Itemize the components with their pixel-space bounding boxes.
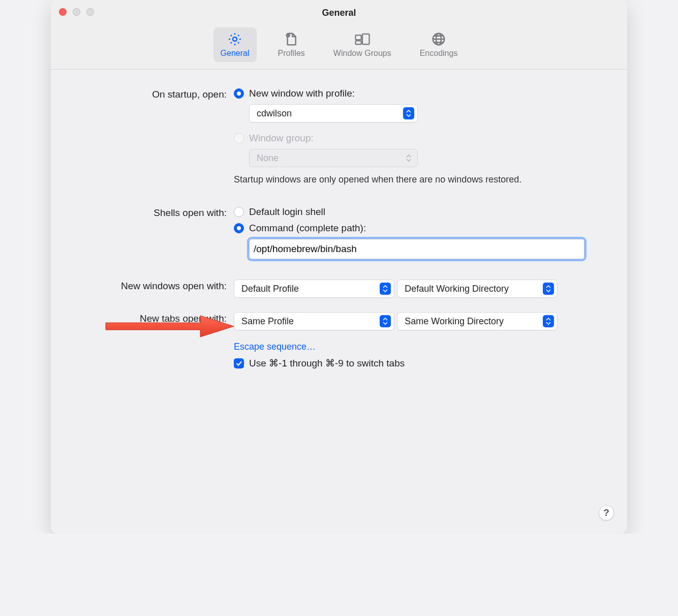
tab-label: General	[221, 49, 250, 58]
updown-icon	[543, 283, 554, 295]
new-windows-label: New windows open with:	[84, 280, 227, 292]
new-windows-profile-popup[interactable]: Default Profile	[234, 280, 394, 298]
popup-value: Same Working Directory	[405, 316, 504, 327]
shells-label: Shells open with:	[84, 206, 227, 219]
preferences-window: General General Profiles	[51, 0, 627, 534]
startup-hint: Startup windows are only opened when the…	[234, 174, 594, 185]
svg-rect-2	[355, 35, 361, 40]
popup-value: None	[257, 153, 279, 164]
updown-icon	[403, 107, 414, 119]
updown-icon	[380, 283, 391, 295]
help-button[interactable]: ?	[599, 505, 614, 520]
updown-icon	[543, 315, 554, 327]
close-button[interactable]	[59, 8, 67, 16]
svg-rect-4	[355, 41, 361, 44]
titlebar: General	[51, 0, 627, 25]
minimize-button[interactable]	[73, 8, 80, 16]
new-windows-wd-popup[interactable]: Default Working Directory	[397, 280, 558, 298]
preferences-toolbar: General Profiles Window Gro	[51, 25, 627, 70]
updown-icon	[380, 315, 391, 327]
radio-label: Window group:	[249, 133, 314, 144]
popup-value: Same Profile	[241, 316, 294, 327]
new-tabs-wd-popup[interactable]: Same Working Directory	[397, 312, 558, 330]
gear-icon	[226, 32, 244, 47]
command-path-input[interactable]	[249, 239, 584, 259]
radio-new-window-with-profile[interactable]	[234, 88, 244, 99]
general-pane: On startup, open: New window with profil…	[51, 70, 627, 534]
radio-default-login-shell[interactable]	[234, 207, 244, 217]
popup-value: Default Profile	[241, 284, 299, 294]
radio-label: Default login shell	[249, 206, 325, 218]
tab-general[interactable]: General	[213, 27, 257, 62]
new-tabs-label: New tabs open with:	[84, 312, 227, 324]
popup-value: cdwilson	[257, 108, 292, 119]
updown-icon	[403, 152, 414, 164]
radio-label: Command (complete path):	[249, 223, 366, 234]
tab-profiles[interactable]: Profiles	[271, 27, 312, 62]
zoom-button[interactable]	[86, 8, 94, 16]
checkbox-cmd-number-switch-tabs[interactable]	[234, 358, 244, 368]
window-groups-icon	[353, 32, 372, 47]
profile-icon	[282, 32, 300, 47]
svg-rect-3	[362, 34, 369, 44]
window-controls	[59, 8, 94, 16]
startup-window-group-popup: None	[249, 149, 418, 167]
svg-point-0	[233, 37, 237, 41]
tab-window-groups[interactable]: Window Groups	[326, 27, 398, 62]
radio-label: New window with profile:	[249, 88, 355, 99]
startup-label: On startup, open:	[84, 88, 227, 100]
checkbox-label: Use ⌘-1 through ⌘-9 to switch tabs	[249, 357, 405, 369]
globe-icon	[429, 32, 448, 47]
tab-encodings[interactable]: Encodings	[413, 27, 465, 62]
startup-profile-popup[interactable]: cdwilson	[249, 104, 418, 122]
new-tabs-profile-popup[interactable]: Same Profile	[234, 312, 394, 330]
popup-value: Default Working Directory	[405, 284, 509, 294]
tab-label: Encodings	[420, 49, 458, 58]
escape-sequence-link[interactable]: Escape sequence…	[234, 342, 316, 352]
tab-label: Window Groups	[333, 49, 391, 58]
radio-command-complete-path[interactable]	[234, 223, 244, 233]
window-title: General	[322, 8, 356, 18]
radio-window-group	[234, 133, 244, 143]
tab-label: Profiles	[278, 49, 305, 58]
